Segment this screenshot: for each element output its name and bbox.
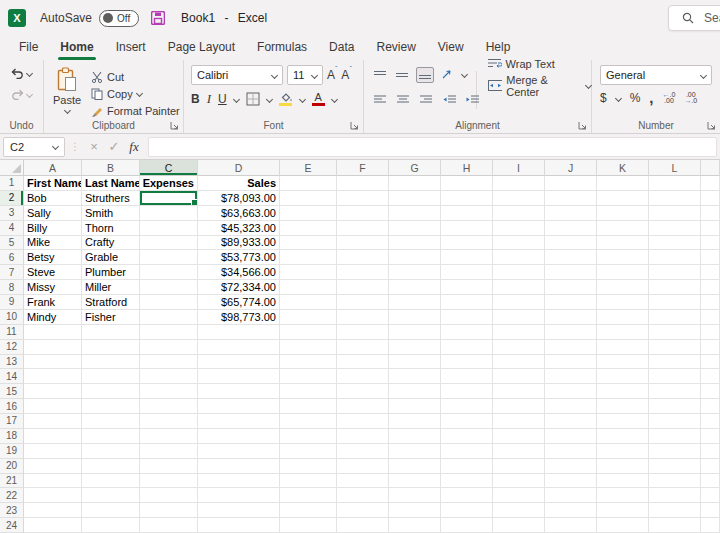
- cell-K7[interactable]: [597, 265, 649, 280]
- cell-B8[interactable]: Miller: [82, 280, 140, 295]
- row-header-8[interactable]: 8: [0, 280, 24, 295]
- cell-F15[interactable]: [337, 384, 389, 399]
- cell-J18[interactable]: [545, 429, 597, 444]
- cell-I11[interactable]: [493, 325, 545, 340]
- formula-bar-grip[interactable]: ⋮: [70, 141, 79, 152]
- cell-M7[interactable]: [701, 265, 720, 280]
- cell-E20[interactable]: [280, 459, 337, 474]
- cell-M11[interactable]: [701, 325, 720, 340]
- cell-D16[interactable]: [198, 399, 280, 414]
- borders-icon[interactable]: [246, 92, 260, 106]
- cell-H9[interactable]: [441, 295, 493, 310]
- cell-B12[interactable]: [82, 340, 140, 355]
- cell-A5[interactable]: Mike: [24, 236, 82, 251]
- cell-D12[interactable]: [198, 340, 280, 355]
- cell-G5[interactable]: [389, 236, 441, 251]
- font-dialog-launcher-icon[interactable]: [350, 121, 359, 130]
- cell-M9[interactable]: [701, 295, 720, 310]
- cell-B17[interactable]: [82, 414, 140, 429]
- cell-I14[interactable]: [493, 369, 545, 384]
- row-header-16[interactable]: 16: [0, 399, 24, 414]
- cell-A24[interactable]: [24, 518, 82, 533]
- cell-G10[interactable]: [389, 310, 441, 325]
- accounting-format-button[interactable]: $: [600, 91, 607, 105]
- align-right-button[interactable]: [417, 92, 435, 108]
- cell-H19[interactable]: [441, 444, 493, 459]
- cell-D7[interactable]: $34,566.00: [198, 265, 280, 280]
- cell-E12[interactable]: [280, 340, 337, 355]
- cell-F4[interactable]: [337, 221, 389, 236]
- row-header-18[interactable]: 18: [0, 429, 24, 444]
- cell-G11[interactable]: [389, 325, 441, 340]
- cell-H24[interactable]: [441, 518, 493, 533]
- cell-D17[interactable]: [198, 414, 280, 429]
- font-family-select[interactable]: Calibri: [191, 65, 283, 85]
- save-icon[interactable]: [151, 11, 165, 25]
- cell-E22[interactable]: [280, 488, 337, 503]
- cell-E1[interactable]: [280, 176, 337, 191]
- column-header-overflow[interactable]: [701, 160, 720, 176]
- cell-E6[interactable]: [280, 250, 337, 265]
- cell-E18[interactable]: [280, 429, 337, 444]
- cell-A1[interactable]: First Name: [24, 176, 82, 191]
- row-header-17[interactable]: 17: [0, 414, 24, 429]
- cell-A10[interactable]: Mindy: [24, 310, 82, 325]
- cell-K4[interactable]: [597, 221, 649, 236]
- cell-K5[interactable]: [597, 236, 649, 251]
- row-header-6[interactable]: 6: [0, 250, 24, 265]
- cell-A19[interactable]: [24, 444, 82, 459]
- cell-E23[interactable]: [280, 503, 337, 518]
- percent-style-button[interactable]: %: [630, 91, 641, 105]
- clipboard-dialog-launcher-icon[interactable]: [170, 121, 179, 130]
- cell-M24[interactable]: [701, 518, 720, 533]
- cell-M4[interactable]: [701, 221, 720, 236]
- cell-E21[interactable]: [280, 474, 337, 489]
- cell-F9[interactable]: [337, 295, 389, 310]
- enter-button[interactable]: ✓: [104, 139, 124, 154]
- cell-G2[interactable]: [389, 191, 441, 206]
- row-header-2[interactable]: 2: [0, 191, 24, 206]
- row-header-19[interactable]: 19: [0, 444, 24, 459]
- cell-J20[interactable]: [545, 459, 597, 474]
- cell-E2[interactable]: [280, 191, 337, 206]
- cell-I2[interactable]: [493, 191, 545, 206]
- cell-A15[interactable]: [24, 384, 82, 399]
- cell-J21[interactable]: [545, 474, 597, 489]
- bold-button[interactable]: B: [191, 92, 200, 106]
- cell-B4[interactable]: Thorn: [82, 221, 140, 236]
- cell-D4[interactable]: $45,323.00: [198, 221, 280, 236]
- cell-I24[interactable]: [493, 518, 545, 533]
- tab-insert[interactable]: Insert: [105, 36, 157, 60]
- cell-G22[interactable]: [389, 488, 441, 503]
- cell-C12[interactable]: [140, 340, 198, 355]
- cell-J22[interactable]: [545, 488, 597, 503]
- cell-B16[interactable]: [82, 399, 140, 414]
- cell-I15[interactable]: [493, 384, 545, 399]
- column-header-K[interactable]: K: [597, 160, 649, 176]
- row-header-24[interactable]: 24: [0, 518, 24, 533]
- cell-L19[interactable]: [649, 444, 701, 459]
- cell-F21[interactable]: [337, 474, 389, 489]
- cell-L22[interactable]: [649, 488, 701, 503]
- cell-J10[interactable]: [545, 310, 597, 325]
- search-input[interactable]: Search: [668, 5, 720, 31]
- cell-F22[interactable]: [337, 488, 389, 503]
- cell-K1[interactable]: [597, 176, 649, 191]
- cell-J9[interactable]: [545, 295, 597, 310]
- cell-L10[interactable]: [649, 310, 701, 325]
- column-header-E[interactable]: E: [280, 160, 337, 176]
- cell-F19[interactable]: [337, 444, 389, 459]
- bottom-align-button[interactable]: [416, 67, 434, 83]
- cell-L15[interactable]: [649, 384, 701, 399]
- cell-F10[interactable]: [337, 310, 389, 325]
- cell-M13[interactable]: [701, 355, 720, 370]
- cell-H20[interactable]: [441, 459, 493, 474]
- row-header-23[interactable]: 23: [0, 503, 24, 518]
- cell-H4[interactable]: [441, 221, 493, 236]
- tab-file[interactable]: File: [8, 36, 49, 60]
- cell-J17[interactable]: [545, 414, 597, 429]
- cell-F14[interactable]: [337, 369, 389, 384]
- cell-A18[interactable]: [24, 429, 82, 444]
- cell-L17[interactable]: [649, 414, 701, 429]
- cell-E10[interactable]: [280, 310, 337, 325]
